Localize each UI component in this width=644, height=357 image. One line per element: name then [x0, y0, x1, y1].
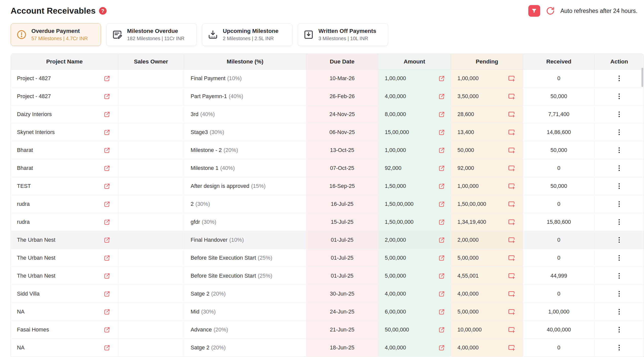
kebab-menu-icon[interactable]	[614, 73, 625, 84]
card-written-off-payments[interactable]: Written Off Payments 3 Milestones | 10L …	[298, 23, 388, 46]
external-link-icon[interactable]	[438, 273, 445, 279]
kebab-menu-icon[interactable]	[614, 324, 625, 335]
external-link-icon[interactable]	[104, 75, 110, 82]
column-header-amount[interactable]: Amount	[378, 54, 451, 70]
milestone-name: Final Payment	[191, 75, 225, 82]
milestone-cell: Mid (30%)	[184, 303, 306, 321]
external-link-icon[interactable]	[438, 93, 445, 100]
refresh-button[interactable]	[545, 5, 556, 16]
external-link-icon[interactable]	[438, 129, 445, 136]
kebab-menu-icon[interactable]	[614, 306, 625, 317]
kebab-menu-icon[interactable]	[614, 252, 625, 263]
kebab-menu-icon[interactable]	[614, 198, 625, 210]
external-link-icon[interactable]	[104, 219, 110, 226]
external-link-icon[interactable]	[438, 255, 445, 261]
external-link-icon[interactable]	[438, 75, 445, 82]
due-date: 30-Jun-25	[330, 291, 354, 297]
external-link-icon[interactable]	[438, 201, 445, 208]
external-link-icon[interactable]	[104, 308, 110, 315]
amount-value: 2,00,000	[385, 237, 406, 243]
external-link-icon[interactable]	[438, 111, 445, 118]
card-plus-icon[interactable]	[508, 200, 515, 208]
filter-button[interactable]	[528, 5, 540, 17]
action-cell	[595, 159, 644, 177]
project-name-cell: The Urban Nest	[11, 249, 118, 267]
card-upcoming-milestone[interactable]: Upcoming Milestone 2 Milestones | 2.5L I…	[202, 23, 292, 46]
external-link-icon[interactable]	[104, 183, 110, 190]
column-header-project-name[interactable]: Project Name	[11, 54, 118, 70]
card-plus-icon[interactable]	[508, 308, 515, 316]
external-link-icon[interactable]	[438, 165, 445, 172]
kebab-menu-icon[interactable]	[614, 127, 625, 138]
external-link-icon[interactable]	[104, 291, 110, 297]
due-date-cell: 01-Jul-25	[306, 267, 378, 285]
external-link-icon[interactable]	[104, 165, 110, 172]
kebab-menu-icon[interactable]	[614, 145, 625, 156]
card-plus-icon[interactable]	[508, 290, 515, 298]
card-milestone-overdue[interactable]: Milestone Overdue 182 Milestones | 11Cr …	[106, 23, 197, 46]
external-link-icon[interactable]	[104, 129, 110, 136]
kebab-menu-icon[interactable]	[614, 216, 625, 228]
external-link-icon[interactable]	[438, 147, 445, 154]
card-plus-icon[interactable]	[508, 254, 515, 262]
column-header-action[interactable]: Action	[595, 54, 644, 70]
card-plus-icon[interactable]	[508, 93, 515, 100]
external-link-icon[interactable]	[438, 308, 445, 315]
kebab-menu-icon[interactable]	[614, 163, 625, 174]
card-plus-icon[interactable]	[508, 182, 515, 190]
external-link-icon[interactable]	[104, 93, 110, 100]
amount-cell: 5,00,000	[378, 249, 451, 267]
help-icon[interactable]: ?	[99, 7, 107, 15]
external-link-icon[interactable]	[104, 111, 110, 118]
external-link-icon[interactable]	[104, 201, 110, 208]
card-plus-icon[interactable]	[508, 110, 515, 118]
card-plus-icon[interactable]	[508, 128, 515, 136]
project-name-cell: Bharat	[11, 159, 118, 177]
table-row: The Urban Nest Final Handover (10%) 01-J…	[11, 231, 644, 249]
card-plus-icon[interactable]	[508, 344, 515, 351]
kebab-menu-icon[interactable]	[614, 270, 625, 281]
external-link-icon[interactable]	[438, 344, 445, 351]
column-header-sales-owner[interactable]: Sales Owner	[118, 54, 184, 70]
project-name-cell: TEST	[11, 177, 118, 195]
action-cell	[595, 285, 644, 303]
card-plus-icon[interactable]	[508, 326, 515, 333]
card-plus-icon[interactable]	[508, 75, 515, 82]
column-header-due-date[interactable]: Due Date	[306, 54, 378, 70]
kebab-menu-icon[interactable]	[614, 181, 625, 192]
pending-cell: 2,00,000	[451, 231, 523, 249]
amount-value: 1,00,000	[385, 147, 406, 153]
kebab-menu-icon[interactable]	[614, 288, 625, 299]
kebab-menu-icon[interactable]	[614, 234, 625, 246]
card-subtitle: 182 Milestones | 11Cr INR	[127, 36, 185, 41]
received-cell: 50,000	[523, 177, 595, 195]
external-link-icon[interactable]	[438, 237, 445, 243]
external-link-icon[interactable]	[438, 183, 445, 190]
external-link-icon[interactable]	[104, 344, 110, 351]
external-link-icon[interactable]	[104, 255, 110, 261]
external-link-icon[interactable]	[438, 291, 445, 297]
external-link-icon[interactable]	[438, 219, 445, 226]
card-overdue-payment[interactable]: Overdue Payment 57 Milestones | 4.7Cr IN…	[11, 23, 101, 46]
external-link-icon[interactable]	[438, 326, 445, 333]
external-link-icon[interactable]	[104, 326, 110, 333]
column-header-milestone[interactable]: Milestone (%)	[184, 54, 306, 70]
received-value: 15,80,600	[547, 219, 571, 225]
project-name-cell: Skynet Interiors	[11, 123, 118, 141]
kebab-menu-icon[interactable]	[614, 342, 625, 353]
card-plus-icon[interactable]	[508, 218, 515, 226]
card-plus-icon[interactable]	[508, 236, 515, 244]
table-row: The Urban Nest Before Site Execution Sta…	[11, 249, 644, 267]
column-header-pending[interactable]: Pending	[451, 54, 523, 70]
card-plus-icon[interactable]	[508, 146, 515, 154]
external-link-icon[interactable]	[104, 237, 110, 243]
column-header-received[interactable]: Received	[523, 54, 595, 70]
milestone-name: Part Payemn-1	[191, 93, 227, 100]
vertical-scrollbar[interactable]	[641, 68, 643, 87]
card-plus-icon[interactable]	[508, 272, 515, 280]
kebab-menu-icon[interactable]	[614, 109, 625, 120]
external-link-icon[interactable]	[104, 147, 110, 154]
kebab-menu-icon[interactable]	[614, 91, 625, 102]
card-plus-icon[interactable]	[508, 164, 515, 172]
external-link-icon[interactable]	[104, 273, 110, 279]
